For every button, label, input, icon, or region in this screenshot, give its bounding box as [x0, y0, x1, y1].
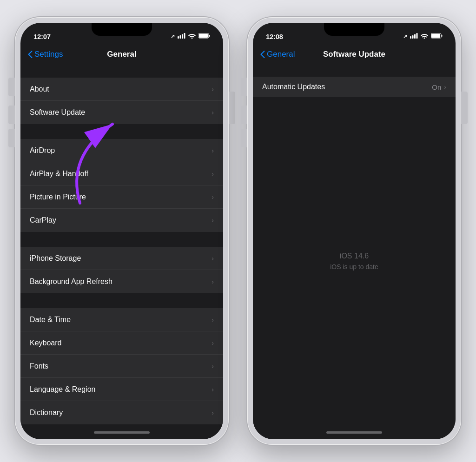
battery-icon — [198, 33, 210, 40]
settings-group-4: Date & Time › Keyboard › Fonts — [20, 308, 223, 424]
list-item[interactable]: Software Update › — [20, 101, 223, 124]
list-item[interactable]: AirPlay & Handoff › — [20, 162, 223, 185]
item-right-airplay: › — [212, 170, 214, 178]
location-icon-2: ↗ — [403, 33, 407, 40]
svg-rect-11 — [416, 33, 418, 39]
list-item[interactable]: Keyboard › — [20, 331, 223, 355]
list-item[interactable]: Fonts › — [20, 355, 223, 378]
group-spacer-2 — [20, 125, 223, 139]
ios-version-title: iOS 14.6 — [262, 252, 446, 260]
item-label-language: Language & Region — [30, 385, 95, 394]
scene: 12:07 ↗ — [0, 0, 476, 462]
group-spacer-1 — [20, 64, 223, 78]
list-item[interactable]: Background App Refresh › — [20, 270, 223, 293]
item-label-pip: Picture in Picture — [30, 193, 86, 201]
nav-bar-1: Settings General — [20, 46, 223, 64]
svg-rect-13 — [431, 34, 440, 38]
list-item[interactable]: Automatic Updates On › — [253, 77, 456, 97]
ios-version-subtitle: iOS is up to date — [262, 263, 446, 271]
item-right-keyboard: › — [212, 339, 214, 347]
svg-rect-0 — [178, 36, 179, 39]
nav-title-2: Software Update — [323, 50, 385, 59]
svg-rect-1 — [180, 35, 181, 39]
settings-group-1: About › Software Update › — [20, 78, 223, 124]
svg-rect-14 — [442, 35, 443, 37]
content-spacer — [253, 97, 456, 243]
chevron-icon: › — [212, 193, 214, 201]
status-icons-1: ↗ — [171, 33, 210, 40]
chevron-icon: › — [212, 217, 214, 224]
chevron-icon: › — [212, 255, 214, 262]
item-label-datetime: Date & Time — [30, 316, 71, 324]
item-right-iphone-storage: › — [212, 255, 214, 262]
location-icon: ↗ — [171, 33, 175, 40]
software-update-content: Automatic Updates On › iOS 14.6 iOS is u… — [253, 64, 456, 425]
notch-2 — [324, 23, 384, 36]
chevron-icon: › — [444, 83, 446, 91]
list-item[interactable]: CarPlay › — [20, 209, 223, 232]
phone-software-update: 12:08 ↗ — [247, 17, 461, 445]
group-spacer-3 — [20, 233, 223, 247]
back-button-2[interactable]: General — [260, 50, 295, 59]
status-icons-2: ↗ — [403, 33, 443, 40]
item-label-iphone-storage: iPhone Storage — [30, 254, 81, 263]
item-label-dictionary: Dictionary — [30, 409, 63, 417]
svg-rect-10 — [414, 34, 416, 39]
svg-rect-9 — [412, 35, 414, 39]
svg-rect-5 — [199, 34, 208, 38]
home-bar-2 — [326, 431, 382, 434]
chevron-icon: › — [212, 109, 214, 116]
svg-rect-6 — [209, 35, 210, 37]
list-item[interactable]: Picture in Picture › — [20, 185, 223, 209]
signal-icon — [178, 33, 185, 40]
back-label-1: Settings — [34, 50, 63, 59]
item-right-dictionary: › — [212, 409, 214, 416]
chevron-icon: › — [212, 147, 214, 154]
phone-general: 12:07 ↗ — [15, 17, 229, 445]
item-right-pip: › — [212, 193, 214, 201]
chevron-icon: › — [212, 363, 214, 370]
wifi-icon — [188, 33, 196, 40]
list-item[interactable]: Date & Time › — [20, 308, 223, 331]
chevron-icon: › — [212, 170, 214, 178]
chevron-icon: › — [212, 386, 214, 393]
item-right-background-refresh: › — [212, 278, 214, 285]
settings-content: About › Software Update › — [20, 64, 223, 425]
chevron-icon: › — [212, 278, 214, 285]
list-item[interactable]: Language & Region › — [20, 378, 223, 401]
item-right-fonts: › — [212, 363, 214, 370]
nav-title-1: General — [107, 50, 136, 59]
list-item[interactable]: AirDrop › — [20, 139, 223, 162]
item-label-software-update: Software Update — [30, 108, 85, 117]
svg-rect-8 — [410, 36, 411, 39]
settings-group-3: iPhone Storage › Background App Refresh … — [20, 247, 223, 293]
chevron-icon: › — [212, 409, 214, 416]
item-right-about: › — [212, 86, 214, 93]
battery-icon-2 — [431, 33, 443, 40]
signal-icon-2 — [410, 33, 418, 40]
item-label-airdrop: AirDrop — [30, 146, 55, 155]
item-label-airplay: AirPlay & Handoff — [30, 170, 88, 178]
home-indicator-1 — [20, 425, 223, 439]
chevron-icon: › — [212, 86, 214, 93]
list-item[interactable]: Dictionary › — [20, 401, 223, 424]
item-label-fonts: Fonts — [30, 362, 48, 370]
item-label-carplay: CarPlay — [30, 216, 56, 224]
item-right-airdrop: › — [212, 147, 214, 154]
list-item[interactable]: iPhone Storage › — [20, 247, 223, 270]
bottom-spacer — [253, 280, 456, 425]
list-item[interactable]: About › — [20, 78, 223, 101]
chevron-icon: › — [212, 339, 214, 347]
item-right-software-update: › — [212, 109, 214, 116]
item-label-background-refresh: Background App Refresh — [30, 277, 112, 286]
group-spacer-4 — [20, 294, 223, 308]
home-indicator-2 — [253, 425, 456, 439]
settings-group-2: AirDrop › AirPlay & Handoff › Picture in… — [20, 139, 223, 232]
back-label-2: General — [267, 50, 295, 59]
item-label-keyboard: Keyboard — [30, 339, 62, 347]
wifi-icon-2 — [421, 33, 428, 40]
svg-rect-3 — [184, 33, 185, 39]
item-right-datetime: › — [212, 316, 214, 323]
status-time-2: 12:08 — [266, 33, 283, 40]
back-button-1[interactable]: Settings — [28, 50, 63, 59]
